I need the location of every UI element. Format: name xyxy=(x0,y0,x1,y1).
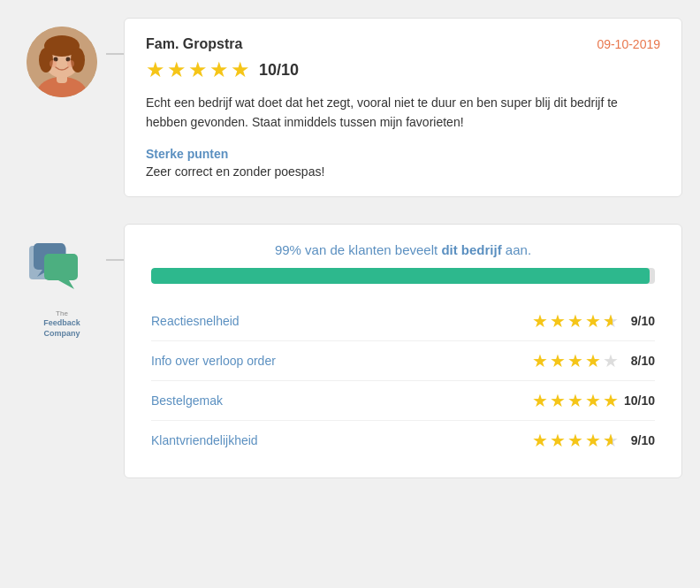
stat-star-full-0-1: ★ xyxy=(550,310,566,332)
strong-points-text: Zeer correct en zonder poespas! xyxy=(146,164,660,179)
star-1: ★ xyxy=(146,59,165,80)
recommendation-link: dit bedrijf xyxy=(441,242,501,257)
stat-star-full-3-3: ★ xyxy=(585,430,601,451)
stat-star-full-2-3: ★ xyxy=(585,390,601,411)
stat-stars-2: ★★★★★ xyxy=(532,390,619,411)
svg-rect-14 xyxy=(44,254,78,280)
svg-point-9 xyxy=(49,60,57,67)
strong-points-label: Sterke punten xyxy=(146,147,660,161)
stats-card: 99% van de klanten beveelt dit bedrijf a… xyxy=(124,224,682,478)
stat-row-1: Info over verloop order★★★★★8/10 xyxy=(151,341,655,381)
stat-row-2: Bestelgemak★★★★★10/10 xyxy=(151,381,655,421)
stats-connector xyxy=(106,259,124,261)
svg-marker-15 xyxy=(58,280,74,289)
stat-star-full-2-0: ★ xyxy=(532,390,548,411)
stat-star-half-0: ★ xyxy=(603,310,619,332)
stats-rows: Reactiesnelheid★★★★★9/10Info over verloo… xyxy=(151,302,655,460)
stat-star-full-0-3: ★ xyxy=(585,310,601,332)
svg-point-6 xyxy=(71,48,85,73)
avatar-connector xyxy=(106,53,124,55)
review-card: Fam. Gropstra 09-10-2019 ★ ★ ★ ★ ★ 10/10… xyxy=(124,18,682,197)
review-section: Fam. Gropstra 09-10-2019 ★ ★ ★ ★ ★ 10/10… xyxy=(18,18,682,197)
stat-label-2: Bestelgemak xyxy=(151,393,328,408)
stat-label-1: Info over verloop order xyxy=(151,354,328,368)
stat-right-3: ★★★★★9/10 xyxy=(532,430,655,451)
recommendation-text: 99% van de klanten beveelt dit bedrijf a… xyxy=(151,242,655,257)
stat-stars-3: ★★★★★ xyxy=(532,430,619,451)
stat-star-full-2-4: ★ xyxy=(603,390,619,411)
review-stars-row: ★ ★ ★ ★ ★ 10/10 xyxy=(146,59,660,80)
stat-star-full-3-0: ★ xyxy=(532,430,548,451)
stat-right-1: ★★★★★8/10 xyxy=(532,350,655,371)
stat-row-0: Reactiesnelheid★★★★★9/10 xyxy=(151,302,655,341)
stat-star-full-0-0: ★ xyxy=(532,310,548,332)
logo-container: The Feedback Company xyxy=(18,224,106,340)
review-stars: ★ ★ ★ ★ ★ xyxy=(146,59,250,80)
stat-star-full-2-1: ★ xyxy=(550,390,566,411)
stat-star-full-3-2: ★ xyxy=(567,430,583,451)
star-3: ★ xyxy=(188,59,208,80)
stat-label-0: Reactiesnelheid xyxy=(151,314,328,328)
stat-star-full-1-1: ★ xyxy=(550,350,566,371)
stat-score-3: 9/10 xyxy=(624,433,655,447)
stat-star-full-0-2: ★ xyxy=(567,310,583,332)
review-text: Echt een bedrijf wat doet dat het zegt, … xyxy=(146,93,660,133)
star-4: ★ xyxy=(209,59,229,80)
stat-label-3: Klantvriendelijkheid xyxy=(151,433,328,447)
stat-row-3: Klantvriendelijkheid★★★★★9/10 xyxy=(151,421,655,460)
stat-star-full-3-1: ★ xyxy=(550,430,566,451)
avatar xyxy=(27,27,97,97)
progress-bar-fill xyxy=(151,268,650,284)
reviewer-name: Fam. Gropstra xyxy=(146,36,242,52)
review-score: 10/10 xyxy=(259,61,299,80)
stat-score-2: 10/10 xyxy=(624,393,655,408)
svg-point-10 xyxy=(67,60,74,67)
svg-point-5 xyxy=(39,48,53,73)
stat-star-full-1-3: ★ xyxy=(585,350,601,371)
feedback-company-logo: The Feedback Company xyxy=(22,241,102,340)
review-date: 09-10-2019 xyxy=(597,37,660,51)
stat-star-empty-1-0: ★ xyxy=(603,350,619,371)
stat-star-full-1-2: ★ xyxy=(567,350,583,371)
stat-stars-0: ★★★★★ xyxy=(532,310,619,332)
stats-section: The Feedback Company 99% van de klanten … xyxy=(18,224,682,478)
progress-bar-container xyxy=(151,268,655,284)
review-header: Fam. Gropstra 09-10-2019 xyxy=(146,36,660,52)
stat-right-2: ★★★★★10/10 xyxy=(532,390,655,411)
stat-star-half-3: ★ xyxy=(603,430,619,451)
stat-stars-1: ★★★★★ xyxy=(532,350,619,371)
recommendation-suffix: aan. xyxy=(502,242,531,257)
stat-score-0: 9/10 xyxy=(624,314,655,328)
stat-star-full-2-2: ★ xyxy=(567,390,583,411)
star-2: ★ xyxy=(167,59,186,80)
recommendation-prefix: 99% van de klanten beveelt xyxy=(275,242,441,257)
stat-right-0: ★★★★★9/10 xyxy=(532,310,655,332)
star-5: ★ xyxy=(231,59,250,80)
avatar-container xyxy=(18,18,106,97)
stat-score-1: 8/10 xyxy=(624,354,655,368)
stat-star-full-1-0: ★ xyxy=(532,350,548,371)
